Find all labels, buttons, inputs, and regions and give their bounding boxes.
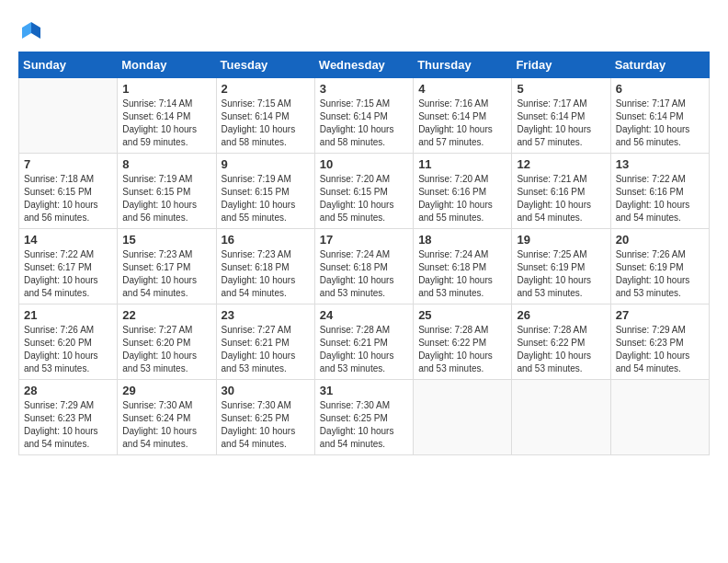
calendar-cell: 10Sunrise: 7:20 AM Sunset: 6:15 PM Dayli… <box>314 154 413 229</box>
day-info: Sunrise: 7:17 AM Sunset: 6:14 PM Dayligh… <box>616 98 704 149</box>
calendar-cell: 29Sunrise: 7:30 AM Sunset: 6:24 PM Dayli… <box>118 380 216 455</box>
day-info: Sunrise: 7:26 AM Sunset: 6:19 PM Dayligh… <box>616 248 704 300</box>
calendar-cell: 16Sunrise: 7:23 AM Sunset: 6:18 PM Dayli… <box>216 229 314 304</box>
day-info: Sunrise: 7:27 AM Sunset: 6:20 PM Dayligh… <box>122 324 210 375</box>
calendar-week-row: 21Sunrise: 7:26 AM Sunset: 6:20 PM Dayli… <box>19 304 710 380</box>
day-info: Sunrise: 7:28 AM Sunset: 6:21 PM Dayligh… <box>320 324 408 375</box>
calendar-cell: 26Sunrise: 7:28 AM Sunset: 6:22 PM Dayli… <box>512 304 610 380</box>
day-info: Sunrise: 7:18 AM Sunset: 6:15 PM Dayligh… <box>24 173 112 224</box>
day-info: Sunrise: 7:20 AM Sunset: 6:15 PM Dayligh… <box>320 173 408 224</box>
calendar-cell: 17Sunrise: 7:24 AM Sunset: 6:18 PM Dayli… <box>314 229 413 304</box>
logo <box>18 18 48 44</box>
svg-marker-0 <box>31 22 40 39</box>
day-number: 14 <box>24 233 112 247</box>
day-number: 31 <box>320 384 408 397</box>
day-number: 13 <box>616 157 704 171</box>
day-info: Sunrise: 7:29 AM Sunset: 6:23 PM Dayligh… <box>616 324 704 375</box>
calendar-cell: 7Sunrise: 7:18 AM Sunset: 6:15 PM Daylig… <box>19 154 118 229</box>
logo-icon <box>18 18 44 44</box>
calendar-cell: 28Sunrise: 7:29 AM Sunset: 6:23 PM Dayli… <box>19 380 118 455</box>
header-cell-tuesday: Tuesday <box>216 52 314 78</box>
day-number: 23 <box>222 308 310 322</box>
day-number: 8 <box>122 157 210 171</box>
day-number: 27 <box>616 308 704 322</box>
day-info: Sunrise: 7:27 AM Sunset: 6:21 PM Dayligh… <box>222 324 310 375</box>
header-cell-thursday: Thursday <box>414 52 512 78</box>
day-number: 20 <box>616 233 704 247</box>
day-number: 22 <box>122 308 210 322</box>
day-info: Sunrise: 7:30 AM Sunset: 6:25 PM Dayligh… <box>320 399 408 451</box>
day-info: Sunrise: 7:19 AM Sunset: 6:15 PM Dayligh… <box>122 173 210 224</box>
day-info: Sunrise: 7:22 AM Sunset: 6:17 PM Dayligh… <box>24 248 112 300</box>
day-info: Sunrise: 7:29 AM Sunset: 6:23 PM Dayligh… <box>24 399 112 451</box>
calendar-cell <box>414 380 512 455</box>
day-info: Sunrise: 7:16 AM Sunset: 6:14 PM Dayligh… <box>418 98 506 149</box>
day-number: 29 <box>122 384 210 397</box>
day-number: 26 <box>517 308 605 322</box>
day-info: Sunrise: 7:15 AM Sunset: 6:14 PM Dayligh… <box>320 98 408 149</box>
day-number: 24 <box>320 308 408 322</box>
calendar-cell: 12Sunrise: 7:21 AM Sunset: 6:16 PM Dayli… <box>512 154 610 229</box>
calendar-cell: 8Sunrise: 7:19 AM Sunset: 6:15 PM Daylig… <box>118 154 216 229</box>
day-number: 17 <box>320 233 408 247</box>
calendar-table: SundayMondayTuesdayWednesdayThursdayFrid… <box>18 52 710 455</box>
day-number: 30 <box>222 384 310 397</box>
day-number: 25 <box>418 308 506 322</box>
calendar-cell <box>610 380 709 455</box>
calendar-cell: 1Sunrise: 7:14 AM Sunset: 6:14 PM Daylig… <box>118 78 216 154</box>
calendar-cell: 2Sunrise: 7:15 AM Sunset: 6:14 PM Daylig… <box>216 78 314 154</box>
calendar-body: 1Sunrise: 7:14 AM Sunset: 6:14 PM Daylig… <box>19 78 710 455</box>
calendar-header-row: SundayMondayTuesdayWednesdayThursdayFrid… <box>19 52 710 78</box>
calendar-cell: 18Sunrise: 7:24 AM Sunset: 6:18 PM Dayli… <box>414 229 512 304</box>
day-number: 18 <box>418 233 506 247</box>
header-cell-wednesday: Wednesday <box>314 52 413 78</box>
day-info: Sunrise: 7:15 AM Sunset: 6:14 PM Dayligh… <box>222 98 310 149</box>
calendar-week-row: 1Sunrise: 7:14 AM Sunset: 6:14 PM Daylig… <box>19 78 710 154</box>
day-info: Sunrise: 7:22 AM Sunset: 6:16 PM Dayligh… <box>616 173 704 224</box>
day-number: 4 <box>418 82 506 96</box>
day-info: Sunrise: 7:28 AM Sunset: 6:22 PM Dayligh… <box>517 324 605 375</box>
day-number: 1 <box>122 82 210 96</box>
day-number: 3 <box>320 82 408 96</box>
day-info: Sunrise: 7:28 AM Sunset: 6:22 PM Dayligh… <box>418 324 506 375</box>
day-number: 12 <box>517 157 605 171</box>
day-info: Sunrise: 7:17 AM Sunset: 6:14 PM Dayligh… <box>517 98 605 149</box>
calendar-cell: 4Sunrise: 7:16 AM Sunset: 6:14 PM Daylig… <box>414 78 512 154</box>
day-number: 10 <box>320 157 408 171</box>
calendar-cell: 31Sunrise: 7:30 AM Sunset: 6:25 PM Dayli… <box>314 380 413 455</box>
day-info: Sunrise: 7:21 AM Sunset: 6:16 PM Dayligh… <box>517 173 605 224</box>
day-number: 2 <box>222 82 310 96</box>
calendar-cell: 5Sunrise: 7:17 AM Sunset: 6:14 PM Daylig… <box>512 78 610 154</box>
day-number: 6 <box>616 82 704 96</box>
day-info: Sunrise: 7:19 AM Sunset: 6:15 PM Dayligh… <box>222 173 310 224</box>
day-info: Sunrise: 7:20 AM Sunset: 6:16 PM Dayligh… <box>418 173 506 224</box>
calendar-cell: 6Sunrise: 7:17 AM Sunset: 6:14 PM Daylig… <box>610 78 709 154</box>
calendar-cell: 22Sunrise: 7:27 AM Sunset: 6:20 PM Dayli… <box>118 304 216 380</box>
page-header <box>18 18 710 44</box>
day-number: 15 <box>122 233 210 247</box>
header-cell-sunday: Sunday <box>19 52 118 78</box>
day-number: 28 <box>24 384 112 397</box>
day-number: 21 <box>24 308 112 322</box>
calendar-cell: 9Sunrise: 7:19 AM Sunset: 6:15 PM Daylig… <box>216 154 314 229</box>
calendar-cell: 3Sunrise: 7:15 AM Sunset: 6:14 PM Daylig… <box>314 78 413 154</box>
header-cell-monday: Monday <box>118 52 216 78</box>
day-info: Sunrise: 7:24 AM Sunset: 6:18 PM Dayligh… <box>418 248 506 300</box>
calendar-cell: 23Sunrise: 7:27 AM Sunset: 6:21 PM Dayli… <box>216 304 314 380</box>
calendar-cell: 14Sunrise: 7:22 AM Sunset: 6:17 PM Dayli… <box>19 229 118 304</box>
calendar-cell <box>19 78 118 154</box>
calendar-cell: 27Sunrise: 7:29 AM Sunset: 6:23 PM Dayli… <box>610 304 709 380</box>
day-number: 16 <box>222 233 310 247</box>
calendar-cell <box>512 380 610 455</box>
day-number: 9 <box>222 157 310 171</box>
svg-marker-1 <box>22 22 31 39</box>
day-info: Sunrise: 7:30 AM Sunset: 6:25 PM Dayligh… <box>222 399 310 451</box>
day-info: Sunrise: 7:25 AM Sunset: 6:19 PM Dayligh… <box>517 248 605 300</box>
day-info: Sunrise: 7:23 AM Sunset: 6:17 PM Dayligh… <box>122 248 210 300</box>
calendar-week-row: 28Sunrise: 7:29 AM Sunset: 6:23 PM Dayli… <box>19 380 710 455</box>
day-info: Sunrise: 7:26 AM Sunset: 6:20 PM Dayligh… <box>24 324 112 375</box>
day-info: Sunrise: 7:24 AM Sunset: 6:18 PM Dayligh… <box>320 248 408 300</box>
calendar-week-row: 14Sunrise: 7:22 AM Sunset: 6:17 PM Dayli… <box>19 229 710 304</box>
calendar-cell: 11Sunrise: 7:20 AM Sunset: 6:16 PM Dayli… <box>414 154 512 229</box>
calendar-cell: 15Sunrise: 7:23 AM Sunset: 6:17 PM Dayli… <box>118 229 216 304</box>
